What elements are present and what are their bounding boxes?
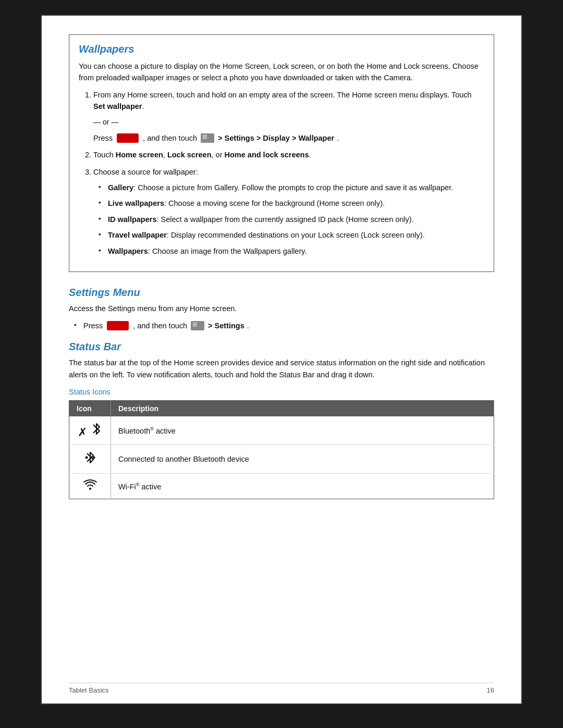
settings-menu-bullet: Press , and then touch > Settings. xyxy=(74,320,494,331)
bluetooth-connected-icon xyxy=(84,454,96,467)
menu-icon-2 xyxy=(191,321,204,330)
wallpapers-title: Wallpapers xyxy=(79,43,484,55)
press-line-1: Press , and then touch > Settings > Disp… xyxy=(93,132,484,144)
source-travel: Travel wallpaper: Display recommended de… xyxy=(99,229,484,241)
wallpaper-sources: Gallery: Choose a picture from Gallery. … xyxy=(99,182,484,257)
wallpapers-section: Wallpapers You can choose a picture to d… xyxy=(69,34,494,272)
table-row: Wi-Fi® active xyxy=(69,474,494,499)
wifi-icon xyxy=(83,480,97,493)
table-row: Connected to another Bluetooth device xyxy=(69,445,494,474)
source-live: Live wallpapers: Choose a moving scene f… xyxy=(99,198,484,209)
source-id: ID wallpapers: Select a wallpaper from t… xyxy=(99,214,484,225)
settings-menu-title: Settings Menu xyxy=(69,287,494,299)
settings-menu-intro: Access the Settings menu from any Home s… xyxy=(69,303,494,314)
status-bar-title: Status Bar xyxy=(69,341,494,353)
settings-menu-section: Settings Menu Access the Settings menu f… xyxy=(69,287,494,331)
step-1: From any Home screen, touch and hold on … xyxy=(93,89,484,144)
press-line-2: Press , and then touch > Settings. xyxy=(83,320,494,331)
source-wallpapers: Wallpapers: Choose an image from the Wal… xyxy=(99,245,484,257)
settings-menu-bullets: Press , and then touch > Settings. xyxy=(74,320,494,331)
wallpapers-steps: From any Home screen, touch and hold on … xyxy=(93,89,484,257)
svg-point-2 xyxy=(89,488,91,490)
footer-left: Tablet Basics xyxy=(69,686,109,694)
bluetooth-icon: ✗ xyxy=(78,426,102,439)
status-bar-section: Status Bar The status bar at the top of … xyxy=(69,341,494,499)
or-line: — or — xyxy=(93,117,484,128)
icon-cell-wifi xyxy=(69,474,111,499)
status-bar-intro: The status bar at the top of the Home sc… xyxy=(69,357,494,380)
step-3: Choose a source for wallpaper: Gallery: … xyxy=(93,166,484,257)
table-header-row: Icon Description xyxy=(69,401,494,417)
home-key-button xyxy=(117,133,139,143)
page: Wallpapers You can choose a picture to d… xyxy=(42,16,521,704)
status-icons-subtitle: Status Icons xyxy=(69,388,494,396)
footer-right: 16 xyxy=(487,686,494,694)
source-gallery: Gallery: Choose a picture from Gallery. … xyxy=(99,182,484,193)
col-header-description: Description xyxy=(111,401,494,417)
icon-cell-bluetooth: ✗ xyxy=(69,416,111,445)
menu-icon-1 xyxy=(201,133,214,143)
desc-cell-bluetooth-connected: Connected to another Bluetooth device xyxy=(111,445,494,474)
svg-point-1 xyxy=(92,456,95,459)
desc-cell-wifi: Wi-Fi® active xyxy=(111,474,494,499)
col-header-icon: Icon xyxy=(69,401,111,417)
icon-cell-bluetooth-connected xyxy=(69,445,111,474)
svg-point-0 xyxy=(85,456,88,459)
table-row: ✗ Bluetooth® active xyxy=(69,416,494,445)
desc-cell-bluetooth: Bluetooth® active xyxy=(111,416,494,445)
status-icons-table: Icon Description ✗ Bluetooth® active xyxy=(69,400,494,499)
step-2: Touch Home screen, Lock screen, or Home … xyxy=(93,149,484,161)
page-footer: Tablet Basics 16 xyxy=(69,683,494,694)
home-key-button-2 xyxy=(107,321,129,330)
wallpapers-intro: You can choose a picture to display on t… xyxy=(79,60,484,84)
